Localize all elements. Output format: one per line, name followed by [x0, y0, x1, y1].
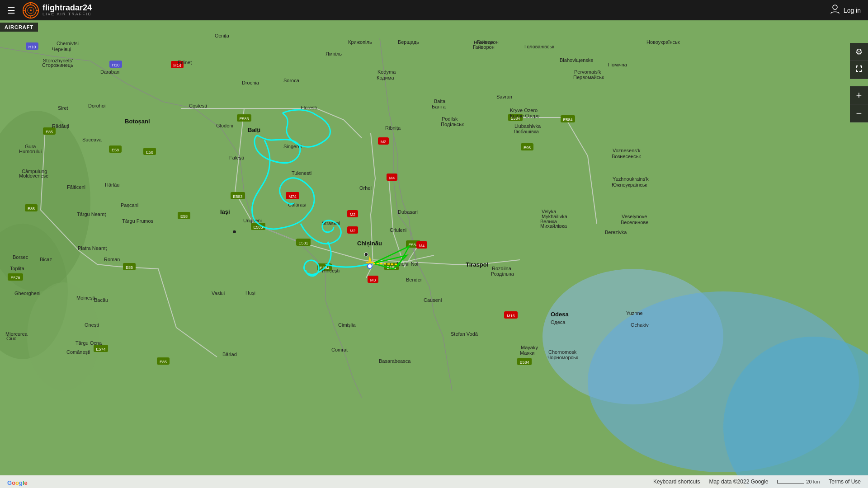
svg-text:Chernivtsi: Chernivtsi [57, 41, 79, 46]
svg-text:Pervomais'k: Pervomais'k [574, 69, 601, 75]
terms-of-use[interactable]: Terms of Use [829, 479, 861, 485]
fullscreen-button[interactable] [850, 61, 868, 79]
svg-text:E58: E58 [112, 148, 119, 152]
svg-text:Михайлівка: Михайлівка [540, 223, 567, 229]
svg-text:Кодима: Кодима [377, 75, 394, 80]
svg-text:Tiraspol: Tiraspol [466, 261, 488, 268]
svg-text:Ribnița: Ribnița [385, 125, 401, 131]
svg-text:Гайворон: Гайворон [473, 44, 495, 50]
svg-text:Kryve Ozero: Kryve Ozero [510, 108, 538, 113]
svg-text:Mayaky: Mayaky [521, 345, 538, 350]
svg-text:Humorului: Humorului [19, 149, 42, 154]
svg-text:Savran: Savran [496, 94, 512, 99]
login-button[interactable]: Log in [830, 4, 861, 16]
svg-text:Pașcani: Pașcani [121, 202, 138, 208]
menu-icon[interactable]: ☰ [7, 5, 15, 16]
svg-point-3 [30, 9, 32, 11]
svg-text:E85: E85 [126, 265, 133, 270]
login-label: Log in [844, 7, 861, 14]
zoom-out-button[interactable]: − [850, 104, 868, 122]
svg-text:Rozdilna: Rozdilna [492, 266, 512, 271]
svg-text:Glodeni: Glodeni [216, 123, 233, 128]
svg-text:E58: E58 [180, 214, 188, 219]
settings-button[interactable]: ⚙ [850, 43, 868, 61]
svg-text:Piatra Neamț: Piatra Neamț [78, 245, 107, 251]
zoom-in-button[interactable]: + [850, 86, 868, 104]
svg-text:Ocnița: Ocnița [215, 33, 230, 38]
svg-text:Южноукраїнськ: Южноукраїнськ [612, 182, 647, 188]
svg-text:E58: E58 [146, 150, 153, 155]
svg-text:Голованівськ: Голованівськ [524, 44, 554, 49]
svg-text:M4: M4 [419, 244, 425, 248]
svg-marker-190 [365, 262, 374, 263]
svg-text:Voznesens'k: Voznesens'k [613, 148, 641, 153]
scale-label: 20 km [806, 479, 820, 484]
svg-text:Darabani: Darabani [100, 69, 121, 75]
svg-text:Târgu Ocna: Târgu Ocna [75, 340, 102, 346]
svg-text:Stefan Vodă: Stefan Vodă [451, 331, 478, 337]
svg-text:Balți: Balți [248, 127, 260, 133]
svg-text:Tulenesti: Tulenesti [292, 170, 311, 176]
svg-text:Балта: Балта [432, 104, 446, 109]
svg-text:Сторожинець: Сторожинець [42, 62, 73, 68]
header: ☰ flightradar24 LIVE AIR TRAFFIC [0, 0, 868, 20]
svg-text:Vaslui: Vaslui [212, 291, 225, 296]
map-data: Map data ©2022 Google [709, 479, 768, 485]
svg-text:Любашівка: Любашівка [514, 129, 539, 134]
svg-text:E583: E583 [239, 117, 249, 121]
svg-text:Ochakiv: Ochakiv [631, 322, 649, 328]
svg-text:E584: E584 [563, 117, 572, 122]
svg-text:M2: M2 [350, 229, 356, 233]
svg-text:M16: M16 [507, 314, 515, 318]
svg-text:Blahovіщenske: Blahovіщenske [560, 57, 593, 63]
svg-text:Târgu Frumos: Târgu Frumos [122, 218, 154, 224]
svg-text:E85: E85 [28, 206, 35, 211]
svg-text:Bacău: Bacău [94, 297, 108, 303]
svg-text:Kodyma: Kodyma [377, 69, 396, 75]
logo-name: flightradar24 [42, 4, 92, 13]
svg-text:Hușі: Hușі [245, 290, 255, 296]
svg-point-118 [364, 253, 368, 256]
svg-text:Новоукраїнськ: Новоукраїнськ [646, 39, 680, 45]
svg-text:Iași: Iași [220, 208, 230, 215]
svg-point-192 [368, 264, 372, 268]
svg-text:E85: E85 [46, 130, 53, 134]
svg-text:Comănești: Comănești [66, 349, 90, 355]
svg-text:E583: E583 [233, 194, 242, 199]
svg-text:Criuleni: Criuleni [390, 227, 406, 233]
svg-text:Одеса: Одеса [551, 319, 566, 325]
svg-text:Berezivka: Berezivka [605, 230, 627, 235]
svg-text:Вознесенськ: Вознесенськ [612, 154, 641, 159]
logo-subtitle: LIVE AIR TRAFFIC [42, 12, 92, 17]
svg-text:Chornomosk: Chornomosk [548, 349, 577, 355]
svg-text:H10: H10 [112, 63, 120, 67]
svg-text:Yuzhne: Yuzhne [626, 310, 643, 316]
svg-text:Odesa: Odesa [551, 311, 569, 318]
svg-text:Costesti: Costesti [189, 103, 207, 108]
svg-text:Dorohoi: Dorohoi [88, 103, 106, 108]
svg-text:Basarabeasca: Basarabeasca [379, 358, 411, 364]
scale-bar: 20 km [777, 479, 820, 484]
map[interactable]: E583 E583 E583 E581 E581 E584 E584 E584 … [0, 20, 868, 488]
svg-text:Toplița: Toplița [10, 266, 25, 271]
map-overlay: E583 E583 E583 E581 E581 E584 E584 E584 … [0, 20, 868, 488]
svg-text:M74: M74 [288, 194, 297, 199]
svg-text:E85: E85 [160, 360, 167, 364]
svg-text:M2: M2 [381, 140, 387, 144]
svg-point-8 [833, 5, 837, 9]
svg-text:Dubasari: Dubasari [398, 209, 418, 215]
svg-text:Чорноморськ: Чорноморськ [547, 355, 578, 360]
svg-text:Borsec: Borsec [13, 254, 28, 260]
svg-text:M4: M4 [389, 176, 395, 180]
svg-text:Drochia: Drochia [242, 80, 259, 85]
svg-text:M3: M3 [370, 278, 376, 282]
svg-text:Роздільна: Роздільна [491, 271, 514, 277]
header-left: ☰ flightradar24 LIVE AIR TRAFFIC [7, 2, 92, 19]
svg-text:Bender: Bender [406, 277, 422, 282]
svg-text:E584: E584 [519, 360, 529, 365]
svg-text:Târgu Neamț: Târgu Neamț [77, 211, 106, 217]
svg-text:Первомайськ: Первомайськ [573, 75, 604, 80]
svg-text:Moldovenesc: Moldovenesc [19, 173, 48, 178]
keyboard-shortcuts[interactable]: Keyboard shortcuts [653, 479, 700, 485]
svg-text:Liubashivka: Liubashivka [514, 123, 541, 129]
